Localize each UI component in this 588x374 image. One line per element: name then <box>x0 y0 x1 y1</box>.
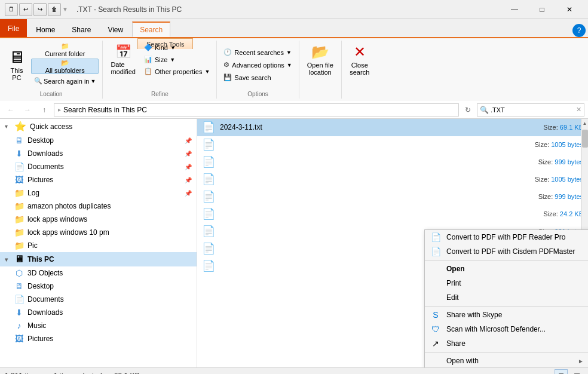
ctx-label: Share <box>446 339 466 348</box>
ctx-convert-cisdem[interactable]: 📄 Convert to PDF with Cisdem PDFMaster <box>425 244 588 259</box>
sidebar-item-documents-quick[interactable]: 📄 Documents 📌 <box>0 160 197 173</box>
file-item-4[interactable]: 📄 Size: 999 bytes <box>197 188 588 206</box>
tab-file[interactable]: File <box>0 19 27 37</box>
file-item-5[interactable]: 📄 Size: 24.2 KB <box>197 206 588 223</box>
expand-icon: ▾ <box>5 123 11 130</box>
ctx-defender[interactable]: 🛡 Scan with Microsoft Defender... <box>425 322 588 336</box>
ctx-pdfreader-icon: 📄 <box>430 232 442 242</box>
refresh-button[interactable]: ↻ <box>461 103 474 117</box>
tab-share[interactable]: Share <box>64 22 99 37</box>
ctx-convert-pdfreader[interactable]: 📄 Convert to PDF with PDF Reader Pro <box>425 230 588 244</box>
file-meta: Size: 69.1 KB <box>543 124 583 131</box>
ctx-print[interactable]: Print <box>425 276 588 290</box>
properties-quick-btn[interactable]: 🗒 <box>5 3 18 16</box>
tab-view[interactable]: View <box>100 22 131 37</box>
sidebar-label: Music <box>27 321 46 330</box>
sidebar-item-3d[interactable]: ⬡ 3D Objects <box>0 266 197 280</box>
sidebar-item-this-pc[interactable]: ▾ 🖥 This PC <box>0 252 197 266</box>
options-group-label: Options <box>247 91 268 97</box>
search-again-label: Search again in <box>44 78 89 85</box>
sidebar-item-desktop-quick[interactable]: 🖥 Desktop 📌 <box>0 134 197 147</box>
desktop-icon-2: 🖥 <box>14 281 24 291</box>
ctx-label: Share with Skype <box>446 311 502 319</box>
undo-quick-btn[interactable]: ↩ <box>19 3 32 16</box>
ctx-label: Open <box>446 265 465 273</box>
current-folder-button[interactable]: 📁 Current folder <box>31 42 99 57</box>
sidebar-label: Log <box>27 189 39 197</box>
tab-search[interactable]: Search <box>132 22 170 37</box>
tab-home[interactable]: Home <box>28 22 63 37</box>
sidebar-item-pictures-pc[interactable]: 🖼 Pictures <box>0 332 197 345</box>
file-icon: 📄 <box>202 225 215 238</box>
search-again-button[interactable]: 🔍 Search again in ▼ <box>31 75 99 87</box>
close-search-label: Closesearch <box>350 62 369 76</box>
sidebar-item-lock1[interactable]: 📁 lock apps windows <box>0 213 197 226</box>
date-modified-button[interactable]: 📅 Datemodified <box>106 44 140 75</box>
refine-items: 📅 Datemodified 🔷 Kind ▼ 📊 Size ▼ <box>106 42 213 88</box>
delete-quick-btn[interactable]: 🗑 <box>48 3 61 16</box>
sidebar-item-log[interactable]: 📁 Log 📌 <box>0 186 197 200</box>
search-input[interactable] <box>491 106 574 114</box>
open-file-location-button[interactable]: 📂 Open filelocation <box>303 42 338 78</box>
minimize-button[interactable]: — <box>501 0 528 19</box>
file-meta: Size: 999 bytes <box>538 158 583 165</box>
ribbon-group-location: 🖥 ThisPC 📁 Current folder 📂 All subfolde… <box>0 41 103 99</box>
other-properties-button[interactable]: 📋 Other properties ▼ <box>141 66 213 77</box>
file-icon: 📄 <box>202 242 215 255</box>
3d-icon: ⬡ <box>14 268 24 278</box>
size-button[interactable]: 📊 Size ▼ <box>141 54 213 65</box>
open-folder-icon: 📂 <box>311 44 329 60</box>
advanced-options-button[interactable]: ⚙ Advanced options ▼ <box>220 59 295 70</box>
pin-icon: 📌 <box>185 137 192 144</box>
file-item-3[interactable]: 📄 Size: 1005 bytes <box>197 171 588 188</box>
ctx-label: Convert to PDF with PDF Reader Pro <box>446 233 565 241</box>
ribbon-group-close-search: ✕ Closesearch <box>342 41 378 99</box>
sidebar-item-pictures-quick[interactable]: 🖼 Pictures 📌 <box>0 173 197 186</box>
back-button[interactable]: ← <box>4 103 18 117</box>
sidebar-item-lock2[interactable]: 📁 lock apps windows 10 pm <box>0 226 197 239</box>
this-pc-button[interactable]: 🖥 ThisPC <box>4 45 30 84</box>
scroll-up-button[interactable]: ▲ <box>581 119 589 127</box>
ctx-open[interactable]: Open <box>425 262 588 276</box>
ctx-skype[interactable]: S Share with Skype <box>425 308 588 322</box>
sidebar-item-downloads-pc[interactable]: ⬇ Downloads <box>0 306 197 319</box>
ctx-open-with[interactable]: Open with ► <box>425 354 588 367</box>
current-folder-label: Current folder <box>45 50 85 57</box>
large-icons-view-button[interactable]: ▦ <box>570 369 583 375</box>
sidebar-item-documents-pc[interactable]: 📄 Documents <box>0 293 197 306</box>
file-icon: 📄 <box>202 155 215 168</box>
ctx-skype-icon: S <box>430 310 442 320</box>
ctx-share[interactable]: ↗ Share <box>425 336 588 351</box>
save-icon: 💾 <box>223 73 232 81</box>
forward-button[interactable]: → <box>20 103 35 117</box>
kind-button[interactable]: 🔷 Kind ▼ <box>141 42 213 53</box>
maximize-button[interactable]: □ <box>528 0 556 19</box>
quick-access-expand[interactable]: ▼ <box>62 6 68 13</box>
scroll-thumb[interactable] <box>582 130 588 148</box>
save-search-button[interactable]: 💾 Save search <box>220 72 295 83</box>
sidebar-label: lock apps windows <box>27 215 87 223</box>
file-item-1[interactable]: 📄 Size: 1005 bytes <box>197 136 588 154</box>
redo-quick-btn[interactable]: ↪ <box>33 3 47 16</box>
sidebar-item-downloads-quick[interactable]: ⬇ Downloads 📌 <box>0 147 197 160</box>
close-search-button[interactable]: ✕ Closesearch <box>345 42 373 78</box>
help-button[interactable]: ? <box>572 24 586 37</box>
ribbon-group-refine: 📅 Datemodified 🔷 Kind ▼ 📊 Size ▼ <box>103 41 217 99</box>
ctx-edit[interactable]: Edit <box>425 290 588 305</box>
sidebar-item-amazon[interactable]: 📁 amazon photos duplicates <box>0 200 197 213</box>
sidebar-quick-access[interactable]: ▾ ⭐ Quick access <box>0 119 197 134</box>
close-button[interactable]: ✕ <box>556 0 583 19</box>
sidebar-item-desktop-pc[interactable]: 🖥 Desktop <box>0 280 197 293</box>
pin-icon: 📌 <box>185 190 192 197</box>
clear-search-icon[interactable]: ✕ <box>576 106 581 114</box>
file-item-0[interactable]: 📄 2024-3-11.txt Size: 69.1 KB <box>197 119 588 136</box>
details-view-button[interactable]: ⊞ <box>555 369 568 375</box>
sidebar-label: Documents <box>27 163 64 171</box>
all-subfolders-button[interactable]: 📂 All subfolders <box>31 59 99 74</box>
address-input[interactable]: ▸ Search Results in This PC <box>54 103 459 117</box>
up-button[interactable]: ↑ <box>37 103 51 117</box>
file-item-2[interactable]: 📄 Size: 999 bytes <box>197 154 588 171</box>
recent-searches-button[interactable]: 🕐 Recent searches ▼ <box>220 47 295 58</box>
sidebar-item-music[interactable]: ♪ Music <box>0 319 197 332</box>
sidebar-item-pic[interactable]: 📁 Pic <box>0 239 197 252</box>
